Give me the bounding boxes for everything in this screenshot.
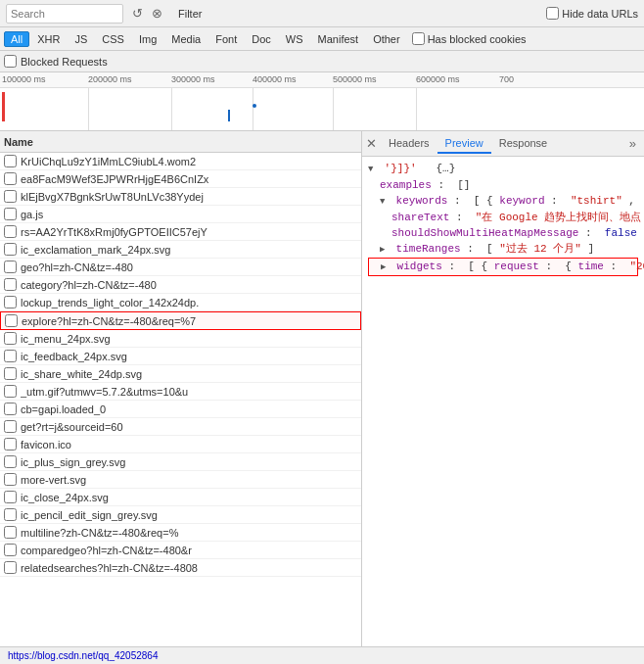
list-item[interactable]: KrUiChqLu9zY1iMmLC9iubL4.wom2 [0,153,361,170]
tab-manifest[interactable]: Manifest [311,31,366,47]
list-item[interactable]: ic_menu_24px.svg [0,330,361,348]
clear-icon[interactable]: ⊗ [149,6,164,22]
list-item[interactable]: category?hl=zh-CN&tz=-480 [0,276,361,294]
blocked-requests-checkbox[interactable] [4,55,17,68]
list-item-checkbox[interactable] [4,278,17,291]
list-item-checkbox[interactable] [4,332,17,345]
list-item-name: more-vert.svg [21,474,357,486]
list-item[interactable]: more-vert.svg [0,471,361,489]
list-item[interactable]: relatedsearches?hl=zh-CN&tz=-4808 [0,559,361,577]
expand-icon-keywords[interactable] [380,194,390,210]
close-panel-button[interactable]: ✕ [366,136,377,151]
tab-font[interactable]: Font [208,31,244,47]
list-item[interactable]: _utm.gif?utmwv=5.7.2&utms=10&u [0,383,361,401]
list-item[interactable]: ic_exclamation_mark_24px.svg [0,241,361,259]
list-item-checkbox[interactable] [4,403,17,415]
list-item-name: _utm.gif?utmwv=5.7.2&utms=10&u [21,386,357,398]
list-item-checkbox[interactable] [4,225,17,238]
has-blocked-cookies-checkbox[interactable] [412,32,425,45]
json-keyword-key: keyword [499,195,544,207]
json-line-5: shouldShowMultiHeatMapMessage : false [368,225,638,241]
list-item[interactable]: favicon.ico [0,436,361,453]
list-item-checkbox[interactable] [4,261,17,273]
timeline: 100000 ms 200000 ms 300000 ms 400000 ms … [0,72,644,131]
tab-headers[interactable]: Headers [381,134,437,154]
timeline-mark-6: 700 [499,74,514,84]
json-colon-2: : [454,195,467,207]
expand-icon-1[interactable] [368,162,378,177]
list-item-checkbox[interactable] [4,243,17,256]
list-item-name: relatedsearches?hl=zh-CN&tz=-4808 [21,562,357,574]
list-item[interactable]: ic_feedback_24px.svg [0,348,361,365]
list-item[interactable]: get?rt=j&sourceid=60 [0,418,361,436]
search-box[interactable] [6,4,123,24]
tab-js[interactable]: JS [68,31,94,47]
list-item-name: ic_feedback_24px.svg [21,351,357,362]
list-item-checkbox[interactable] [4,296,17,308]
list-item[interactable]: klEjBvgX7BgnkSrUwT8UnLVc38Yydej [0,188,361,206]
list-item[interactable]: lockup_trends_light_color_142x24dp. [0,294,361,311]
hide-data-urls-checkbox[interactable] [546,7,559,20]
list-item-checkbox[interactable] [4,491,17,503]
list-item[interactable]: ga.js [0,206,361,223]
list-item-checkbox[interactable] [4,473,17,486]
list-item-checkbox[interactable] [4,561,17,574]
refresh-icon[interactable]: ↺ [129,6,145,22]
toolbar-icons: ↺ ⊗ [129,6,164,22]
tab-other[interactable]: Other [366,31,407,47]
list-item-checkbox[interactable] [4,190,17,203]
json-colon-6: : [585,227,598,239]
list-item-name: cb=gapi.loaded_0 [21,403,357,415]
tab-all[interactable]: All [4,31,29,47]
json-colon-10: : [611,261,623,272]
list-item-checkbox[interactable] [4,438,17,451]
timeline-mark-2: 300000 ms [171,74,215,84]
list-item-highlighted[interactable]: explore?hl=zh-CN&tz=-480&req=%7 [0,311,361,330]
list-item[interactable]: ea8FacM9Wef3EJPWRrHjgE4B6CnIZx [0,170,361,188]
tab-preview[interactable]: Preview [437,134,491,154]
list-item[interactable]: ic_share_white_24dp.svg [0,365,361,383]
expand-icon-widgets[interactable] [381,260,391,275]
list-item-checkbox[interactable] [4,172,17,185]
json-line-4: shareText : "在 Google 趋势上找时间、地点 [368,210,638,225]
list-item-name: lockup_trends_light_color_142x24dp. [21,297,357,308]
list-item-name: multiline?zh-CN&tz=-480&req=% [21,527,357,539]
list-item-checkbox[interactable] [4,455,17,468]
list-item[interactable]: geo?hl=zh-CN&tz=-480 [0,259,361,276]
list-item[interactable]: cb=gapi.loaded_0 [0,401,361,418]
json-line-6: timeRanges : [ "过去 12 个月" ] [368,241,638,258]
search-input[interactable] [11,8,89,20]
list-item[interactable]: ic_plus_sign_grey.svg [0,453,361,471]
filter-label: Filter [178,8,202,20]
list-item-checkbox[interactable] [4,208,17,220]
tab-response[interactable]: Response [491,134,556,154]
list-item-checkbox[interactable] [4,420,17,433]
more-tabs-button[interactable]: » [625,136,640,151]
json-brace-widgets: { [481,261,487,272]
list-item-checkbox[interactable] [4,367,17,380]
json-timerange-val: "过去 12 个月" [499,243,581,255]
timeline-mark-5: 600000 ms [416,74,460,84]
list-item[interactable]: multiline?zh-CN&tz=-480&req=% [0,524,361,542]
expand-icon-timeranges[interactable] [380,242,390,258]
json-brace-request: { [565,261,572,272]
list-item[interactable]: ic_close_24px.svg [0,489,361,506]
list-item[interactable]: ic_pencil_edit_sign_grey.svg [0,506,361,524]
json-line-widgets: widgets : [ { request : { time : "2020-0… [368,258,638,276]
list-item-checkbox[interactable] [4,508,17,521]
list-item-checkbox[interactable] [4,526,17,539]
tab-media[interactable]: Media [164,31,207,47]
json-colon-9: : [546,261,559,272]
list-item-checkbox[interactable] [4,385,17,398]
list-item[interactable]: comparedgeo?hl=zh-CN&tz=-480&r [0,542,361,559]
tab-img[interactable]: Img [132,31,163,47]
tab-xhr[interactable]: XHR [30,31,67,47]
list-item-checkbox[interactable] [4,544,17,556]
list-item-checkbox[interactable] [4,155,17,167]
list-item-checkbox[interactable] [5,314,18,327]
list-item[interactable]: rs=AA2YrTtK8xRmj0fyGPTOEIIC57ejY [0,223,361,241]
tab-doc[interactable]: Doc [245,31,278,47]
list-item-checkbox[interactable] [4,350,17,362]
tab-ws[interactable]: WS [279,31,310,47]
tab-css[interactable]: CSS [95,31,131,47]
